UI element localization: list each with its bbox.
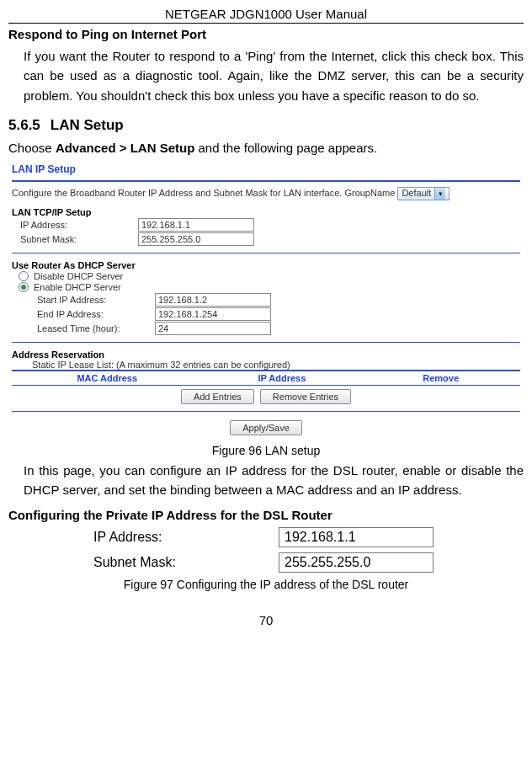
page-number: 70	[8, 613, 524, 627]
figure-97-caption: Figure 97 Configuring the IP address of …	[8, 578, 524, 591]
divider	[12, 411, 520, 412]
fig97-mask-input[interactable]: 255.255.255.0	[279, 552, 434, 573]
instruction-line: Choose Advanced > LAN Setup and the foll…	[8, 141, 524, 155]
start-ip-row: Start IP Address: 192.168.1.2	[12, 293, 520, 307]
figure-97-screenshot: IP Address: 192.168.1.1 Subnet Mask: 255…	[85, 527, 447, 573]
heading-ping: Respond to Ping on Internet Port	[8, 27, 524, 41]
radio-enable-dhcp[interactable]: Enable DHCP Server	[19, 282, 520, 292]
groupname-select[interactable]: Default▾	[397, 187, 450, 200]
lease-time-row: Leased Time (hour): 24	[12, 322, 520, 335]
lease-time-input[interactable]: 24	[155, 322, 271, 335]
subnet-mask-input[interactable]: 255.255.255.0	[138, 232, 254, 246]
panel-title: LAN IP Setup	[12, 160, 520, 180]
instruction-path: Advanced > LAN Setup	[56, 141, 194, 155]
groupname-value: Default	[402, 188, 431, 198]
start-ip-label: Start IP Address:	[12, 295, 155, 305]
th-remove: Remove	[361, 371, 520, 385]
add-entries-button[interactable]: Add Entries	[181, 389, 254, 404]
subnet-mask-row: Subnet Mask: 255.255.255.0	[12, 232, 520, 246]
remove-entries-button[interactable]: Remove Entries	[260, 389, 351, 404]
address-reservation-heading: Address Reservation	[12, 349, 520, 360]
radio-enable-label: Enable DHCP Server	[34, 282, 121, 292]
th-mac: MAC Address	[12, 371, 203, 385]
end-ip-input[interactable]: 192.168.1.254	[155, 307, 271, 321]
fig97-mask-row: Subnet Mask: 255.255.255.0	[85, 552, 447, 573]
fig97-mask-label: Subnet Mask:	[85, 555, 279, 570]
apply-button-row: Apply/Save	[12, 420, 520, 435]
reservation-table-header: MAC Address IP Address Remove	[12, 370, 520, 386]
document-title: NETGEAR JDGN1000 User Manual	[8, 7, 524, 24]
divider	[12, 253, 520, 253]
entries-button-row: Add Entries Remove Entries	[12, 389, 520, 404]
heading-private-ip: Configuring the Private IP Address for t…	[8, 508, 524, 522]
ip-address-row: IP Address: 192.168.1.1	[12, 218, 520, 232]
fig97-ip-input[interactable]: 192.168.1.1	[279, 527, 434, 547]
address-reservation-note: Static IP Lease List: (A maximum 32 entr…	[12, 360, 520, 370]
start-ip-input[interactable]: 192.168.1.2	[155, 293, 271, 307]
divider	[12, 342, 520, 343]
ip-address-label: IP Address:	[12, 220, 138, 230]
radio-icon-selected	[19, 282, 29, 292]
page-content: NETGEAR JDGN1000 User Manual Respond to …	[0, 0, 532, 644]
config-description: Configure the Broadband Router IP Addres…	[12, 187, 520, 200]
chevron-down-icon: ▾	[434, 188, 445, 200]
radio-disable-label: Disable DHCP Server	[34, 271, 123, 281]
instruction-pre: Choose	[8, 141, 56, 155]
lease-time-label: Leased Time (hour):	[12, 323, 155, 333]
end-ip-label: End IP Address:	[12, 309, 155, 319]
radio-icon	[19, 271, 29, 281]
fig97-ip-label: IP Address:	[85, 530, 279, 545]
figure-96-caption: Figure 96 LAN setup	[8, 444, 524, 457]
divider	[12, 180, 520, 182]
subnet-mask-label: Subnet Mask:	[12, 234, 138, 244]
radio-disable-dhcp[interactable]: Disable DHCP Server	[19, 271, 520, 281]
heading-lan-setup: 5.6.5LAN Setup	[8, 117, 524, 134]
figure-96-screenshot: LAN IP Setup Configure the Broadband Rou…	[8, 160, 524, 442]
config-text: Configure the Broadband Router IP Addres…	[12, 188, 397, 198]
body-ping: If you want the Router to respond to a '…	[24, 46, 524, 105]
after-fig96-text: In this page, you can configure an IP ad…	[24, 461, 524, 500]
heading-title: LAN Setup	[51, 117, 124, 133]
instruction-post: and the following page appears.	[194, 141, 377, 155]
apply-save-button[interactable]: Apply/Save	[230, 420, 302, 435]
th-ip: IP Address	[203, 371, 362, 385]
tcpip-heading: LAN TCP/IP Setup	[12, 207, 520, 217]
ip-address-input[interactable]: 192.168.1.1	[138, 218, 254, 232]
dhcp-heading: Use Router As DHCP Server	[12, 260, 520, 270]
heading-number: 5.6.5	[8, 117, 40, 133]
end-ip-row: End IP Address: 192.168.1.254	[12, 307, 520, 321]
fig97-ip-row: IP Address: 192.168.1.1	[85, 527, 447, 547]
